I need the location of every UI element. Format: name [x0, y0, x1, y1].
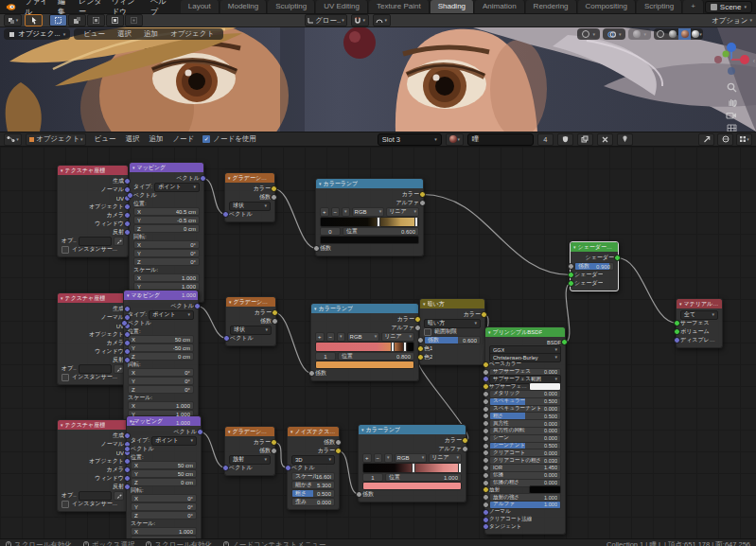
stop-index-field[interactable]: 1 — [362, 473, 383, 482]
color-swatch[interactable] — [320, 236, 419, 244]
orientation-gizmo[interactable] — [712, 41, 750, 79]
node-header[interactable]: ▾カラーランプ — [316, 179, 423, 188]
viewport-3d[interactable]: オブジェク... ▾ ビュー選択追加オブジェクト ▾ ▾ ▾ ▾ — [0, 27, 756, 132]
delete-stop-button[interactable]: − — [326, 332, 336, 342]
stop-position-field[interactable]: 位置0.600 — [343, 227, 419, 236]
slider-係数[interactable]: 係数0.600 — [424, 336, 481, 344]
socket-val[interactable] — [483, 443, 489, 449]
number-field-X[interactable]: X0° — [128, 368, 194, 377]
collapse-icon[interactable]: ▾ — [228, 175, 231, 181]
checkbox-範囲制限[interactable]: 範囲制限 — [420, 327, 484, 336]
node-map2[interactable]: ▾マッピングベクトルタイプ:ポイント▾ベクトル位置:X50 cmY-50 cmZ… — [123, 290, 199, 431]
slider-粗さ[interactable]: 粗さ0.500 — [291, 489, 335, 498]
socket-vec[interactable] — [483, 523, 489, 530]
node-header[interactable]: ▾ノイズテクスチャ — [288, 427, 339, 436]
socket-val[interactable] — [483, 428, 489, 434]
material-browse-dropdown[interactable]: ▾ — [446, 133, 464, 146]
node-menu-追加[interactable]: 追加 — [144, 134, 167, 144]
viewport-menu-オブジェクト[interactable]: オブジェクト — [166, 29, 219, 39]
socket-sh[interactable] — [674, 320, 680, 326]
dropdown[interactable]: 球状▾ — [229, 202, 271, 211]
socket-val[interactable] — [462, 446, 468, 452]
socket-vec[interactable] — [124, 212, 131, 219]
node-header[interactable]: ▾カラーランプ — [359, 425, 466, 434]
blender-logo-icon[interactable] — [6, 2, 16, 12]
node-menu-ビュー[interactable]: ビュー — [90, 134, 121, 144]
socket-vec[interactable] — [194, 303, 201, 309]
scene-selector[interactable]: Scene ▾ — [705, 1, 752, 13]
viewport-menu-ビュー[interactable]: ビュー — [79, 29, 110, 39]
number-field-Y[interactable]: Y50 cm — [131, 469, 197, 478]
number-field-X[interactable]: X1.000 — [133, 273, 200, 282]
socket-col[interactable] — [272, 309, 278, 316]
node-menu-ノード[interactable]: ノード — [167, 134, 199, 144]
snap-toggle-button[interactable]: ▾ — [351, 14, 369, 26]
dropdown[interactable]: ポイント▾ — [154, 183, 200, 192]
socket-col[interactable] — [335, 448, 342, 454]
socket-vec[interactable] — [124, 432, 131, 439]
socket-col[interactable] — [462, 437, 468, 444]
socket-val[interactable] — [483, 457, 489, 464]
socket-val[interactable] — [483, 502, 489, 508]
node-menu-選択[interactable]: 選択 — [120, 134, 144, 144]
select-intersect-button[interactable] — [125, 14, 143, 26]
dropdown[interactable]: 全て▾ — [680, 310, 718, 320]
select-subtract-button[interactable] — [87, 14, 105, 26]
socket-col[interactable] — [419, 191, 426, 198]
socket-col[interactable] — [271, 439, 277, 446]
tab-UV Editing[interactable]: UV Editing — [316, 0, 368, 13]
socket-val[interactable] — [483, 413, 489, 419]
node-grad2[interactable]: ▾グラデーションテ..カラー係数球状▾ベクトル — [225, 296, 276, 346]
socket-vec[interactable] — [124, 446, 131, 452]
dropdown[interactable]: ポイント▾ — [151, 436, 197, 446]
socket-vec[interactable] — [197, 429, 203, 435]
slider-係数[interactable]: 係数0.900 — [574, 262, 614, 271]
socket-col[interactable] — [414, 316, 421, 323]
xray-toggle[interactable]: ▾ — [628, 28, 651, 40]
socket-sh[interactable] — [614, 255, 621, 261]
viewport-menu-選択[interactable]: 選択 — [113, 29, 136, 39]
new-material-button[interactable] — [577, 133, 593, 146]
collapse-icon[interactable]: ▾ — [573, 244, 576, 250]
interpolation-dropdown[interactable]: リニア▾ — [381, 332, 414, 342]
shading-wireframe-button[interactable] — [654, 28, 666, 40]
socket-vec[interactable] — [124, 458, 131, 465]
socket-vec[interactable] — [222, 465, 229, 471]
material-name-field[interactable]: 瞳 — [467, 133, 534, 146]
number-field-Y[interactable]: Y0° — [133, 249, 200, 257]
tab-Layout[interactable]: Layout — [181, 0, 220, 13]
dropdown[interactable]: 球状▾ — [230, 326, 272, 335]
gizmos-dropdown[interactable]: ▾ — [577, 28, 600, 40]
socket-vec[interactable] — [222, 211, 229, 218]
socket-vec[interactable] — [200, 175, 206, 182]
color-mode-dropdown[interactable]: RGB▾ — [395, 453, 428, 463]
number-field-Y[interactable]: Y1.000 — [131, 536, 197, 538]
editor-type-dropdown[interactable]: ▾ — [4, 133, 22, 146]
node-noise[interactable]: ▾ノイズテクスチャ係数カラー3D▾ベクトルスケール16.600細かさ5.300粗… — [287, 426, 340, 510]
socket-val[interactable] — [313, 245, 320, 252]
socket-vec[interactable] — [483, 517, 489, 523]
select-tool-button[interactable] — [25, 14, 43, 26]
node-header[interactable]: ▾マッピング — [130, 163, 203, 172]
collapse-icon[interactable]: ▾ — [229, 299, 232, 305]
socket-val[interactable] — [483, 420, 489, 427]
node-ramp2[interactable]: ▾カラーランプカラーアルファ+−▾RGB▾リニア▾1位置0.800係数 — [310, 303, 419, 381]
node-map3[interactable]: ▾マッピングベクトルタイプ:ポイント▾ベクトル位置:X50 cmY50 cmZ0… — [126, 415, 202, 538]
preview-toggle-button[interactable] — [717, 133, 733, 146]
socket-col[interactable] — [271, 185, 277, 192]
material-slot-dropdown[interactable]: Slot 3 ▾ — [378, 133, 442, 146]
tab-Modeling[interactable]: Modeling — [220, 0, 267, 13]
socket-val[interactable] — [483, 406, 489, 413]
socket-val[interactable] — [271, 448, 277, 454]
socket-col[interactable] — [417, 345, 424, 352]
snap-grid-dropdown[interactable]: ▾ — [736, 133, 752, 146]
shader-type-dropdown[interactable]: オブジェクト ▾ — [26, 133, 86, 146]
color-ramp-gradient[interactable] — [315, 342, 414, 352]
node-header[interactable]: ▾プリンシプルBSDF — [485, 327, 565, 337]
unlink-material-button[interactable] — [597, 133, 613, 146]
dropdown[interactable]: 3D▾ — [291, 455, 335, 465]
use-nodes-checkbox[interactable]: ✓ ノードを使用 — [202, 134, 256, 144]
object-mode-dropdown[interactable]: オブジェク... ▾ — [4, 28, 70, 40]
viewport-menu-追加[interactable]: 追加 — [139, 29, 163, 39]
shading-material-button[interactable] — [678, 28, 691, 40]
